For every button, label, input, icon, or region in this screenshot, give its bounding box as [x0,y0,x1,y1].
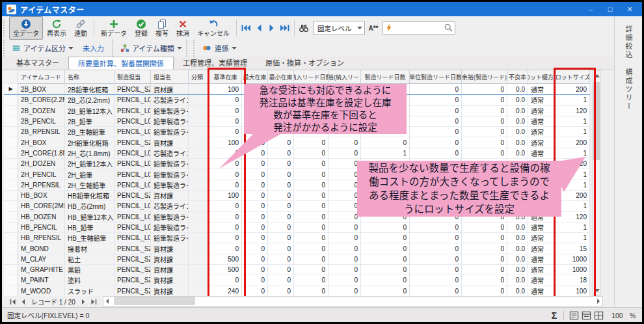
table-cell[interactable]: 2B_BOX [18,84,65,94]
table-cell[interactable]: 粘土 [65,254,114,265]
table-cell[interactable]: 資材課 [151,265,189,275]
table-cell[interactable]: 0 [329,191,361,201]
link-button[interactable]: 連動 [70,16,91,40]
table-cell[interactable]: PENCIL_L02 [114,95,151,105]
all-data-button[interactable]: 全データ [9,16,43,40]
table-cell[interactable]: 0 [462,127,507,137]
fixed-level-dropdown[interactable]: 固定レベル [313,21,365,35]
table-cell[interactable]: 0 [242,201,268,211]
table-cell[interactable]: 0 [268,169,294,180]
column-header-12[interactable]: 余裕(製造リード) [462,70,507,84]
table-cell[interactable]: 0 [410,95,462,105]
column-header-10[interactable]: 製造リード日数 [361,70,410,84]
row-gutter[interactable] [4,212,18,223]
column-header-6[interactable]: 最大在庫 [242,70,268,84]
table-cell[interactable]: 0 [462,84,507,94]
table-cell[interactable]: 0 [294,275,329,286]
table-cell[interactable]: 0 [462,275,507,286]
column-header-5[interactable]: 基準在庫 [209,70,242,84]
table-cell[interactable]: HB_鉛筆 [65,223,114,233]
table-cell[interactable]: PENCIL_SZI [114,191,151,201]
table-cell[interactable]: 2H_鉛筆 [65,169,114,180]
table-cell[interactable]: PENCIL_L01 [114,106,151,116]
table-cell[interactable]: 0 [329,223,361,233]
table-cell[interactable]: 通常 [528,116,556,127]
table-cell[interactable]: 1 [556,223,590,233]
table-cell[interactable]: 0 [361,137,410,148]
table-cell[interactable]: 0 [209,127,242,137]
table-cell[interactable] [189,95,209,105]
table-cell[interactable]: HB_生軸鉛筆 [65,233,114,243]
table-cell[interactable] [189,180,209,191]
table-cell[interactable]: 0 [294,233,329,243]
table-cell[interactable]: PENCIL_SZI [114,84,151,94]
column-header-7[interactable]: 最小在庫 [268,70,294,84]
column-header-0[interactable]: アイテムコード [18,70,65,84]
row-gutter[interactable] [4,159,18,169]
table-cell[interactable] [189,275,209,286]
tab-1[interactable]: 所要量計算、製番展開関係 [68,57,174,70]
table-cell[interactable]: PENCIL_L01 [114,180,151,191]
table-cell[interactable]: 0 [242,233,268,243]
table-cell[interactable] [189,243,209,254]
side-tab-0[interactable]: 詳細絞込 [623,25,634,59]
table-cell[interactable] [189,201,209,211]
table-cell[interactable]: 1000 [556,254,590,265]
table-cell[interactable]: HB_PENCIL [18,223,65,233]
table-cell[interactable] [189,137,209,148]
table-cell[interactable]: 黒鉛 [65,265,114,275]
table-cell[interactable]: 0 [329,180,361,191]
table-cell[interactable]: 1000 [556,265,590,275]
table-cell[interactable]: 鉛筆製造ライン [151,159,189,169]
column-header-2[interactable]: 製造担当 [114,70,151,84]
table-cell[interactable]: 0 [268,286,294,297]
side-tab-1[interactable]: 構成ツリー [623,68,634,111]
row-gutter[interactable] [4,148,18,159]
table-cell[interactable]: 0 [462,137,507,148]
column-header-13[interactable]: 不良率 [507,70,528,84]
table-cell[interactable]: 資材課 [151,191,189,201]
table-cell[interactable]: PENCIL_L01 [114,212,151,223]
table-cell[interactable]: 0 [410,265,462,275]
nav-prev-button[interactable] [252,21,265,35]
row-gutter[interactable] [4,254,18,265]
table-cell[interactable]: 200 [556,137,590,148]
table-cell[interactable]: M_CLAY [18,254,65,265]
row-gutter[interactable] [4,95,18,105]
table-cell[interactable]: PENCIL_SZI [114,275,151,286]
table-cell[interactable]: 0 [361,233,410,243]
minimize-button[interactable]: – [581,2,600,16]
table-cell[interactable]: 0 [242,223,268,233]
table-cell[interactable]: PENCIL_SZI [114,286,151,297]
table-cell[interactable]: 通常 [528,84,556,94]
table-cell[interactable]: 通常 [528,148,556,159]
table-cell[interactable]: 0 [209,233,242,243]
table-cell[interactable]: HB_芯(2mm) [65,201,114,211]
table-cell[interactable]: 1 [556,95,590,105]
table-cell[interactable]: 0 [329,254,361,265]
horizontal-scroll-thumb[interactable] [114,297,195,305]
row-gutter[interactable] [4,169,18,180]
table-cell[interactable]: M_GRAPHITE [18,265,65,275]
table-cell[interactable]: 0 [209,159,242,169]
column-header-1[interactable]: 名称 [65,70,114,84]
table-cell[interactable] [189,84,209,94]
horizontal-scrollbar[interactable] [103,296,603,307]
table-cell[interactable]: HB_DOZEN [18,212,65,223]
table-cell[interactable]: 0 [268,254,294,265]
table-cell[interactable]: 0 [242,180,268,191]
table-cell[interactable]: 100 [209,84,242,94]
table-cell[interactable] [189,159,209,169]
table-cell[interactable]: PENCIL_L01 [114,233,151,243]
table-cell[interactable]: 0 [462,286,507,297]
table-cell[interactable]: 通常 [528,286,556,297]
table-cell[interactable] [189,127,209,137]
table-cell[interactable]: 0.0 [507,127,528,137]
record-next-button[interactable] [78,297,88,306]
table-cell[interactable]: 0 [462,243,507,254]
table-cell[interactable]: 0 [242,191,268,201]
table-cell[interactable]: 0 [294,201,329,211]
table-cell[interactable]: 200 [556,84,590,94]
table-cell[interactable]: 2B_RPENSIL [18,127,65,137]
table-cell[interactable]: 0 [242,265,268,275]
